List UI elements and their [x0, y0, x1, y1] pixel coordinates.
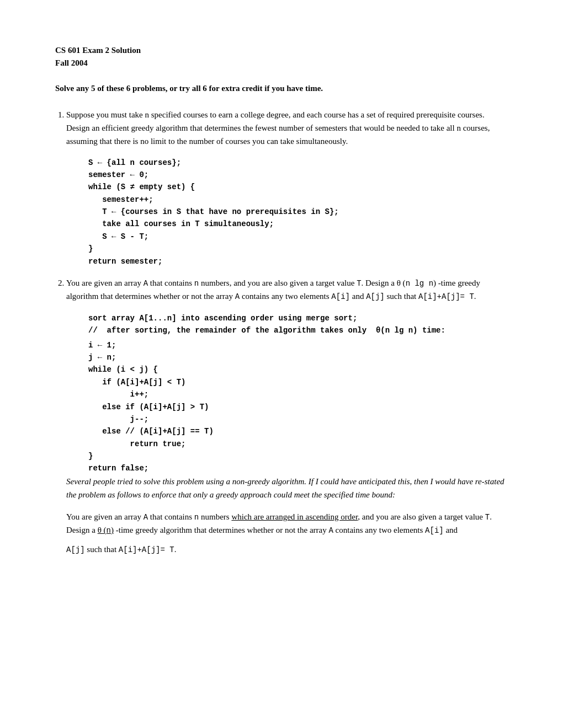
restated-last-line: A[j] such that A[i]+A[j]= T.	[66, 543, 508, 556]
problem-2: You are given an array A that contains n…	[66, 276, 508, 556]
italic-note: Several people tried to solve this probl…	[66, 475, 508, 501]
document: CS 601 Exam 2 Solution Fall 2004 Solve a…	[55, 44, 508, 556]
code-comment-line: // after sorting, the remainder of the a…	[88, 324, 508, 336]
restated-text1: You are given an array A that contains n…	[66, 512, 231, 521]
instruction: Solve any 5 of these 6 problems, or try …	[55, 82, 508, 95]
header-line1: CS 601 Exam 2 Solution	[55, 44, 508, 57]
problem-2-text: You are given an array A that contains n…	[66, 279, 480, 301]
problem-1: Suppose you must take n specified course…	[66, 108, 508, 268]
header: CS 601 Exam 2 Solution Fall 2004	[55, 44, 508, 69]
header-line2: Fall 2004	[55, 57, 508, 69]
restated-problem: You are given an array A that contains n…	[66, 510, 508, 537]
restated-underline: which are arranged in ascending order	[231, 512, 358, 521]
problem-2-code-top: sort array A[1...n] into ascending order…	[88, 312, 508, 475]
problem-1-text: Suppose you must take n specified course…	[66, 110, 490, 146]
problem-2-code-main: i ← 1; j ← n; while (i < j) { if (A[i]+A…	[88, 339, 508, 475]
problem-1-code: S ← {all n courses}; semester ← 0; while…	[88, 157, 508, 268]
code-sort-line: sort array A[1...n] into ascending order…	[88, 312, 508, 324]
